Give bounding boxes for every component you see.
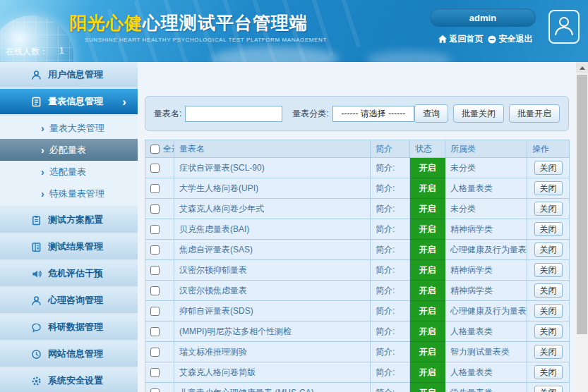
row-checkbox[interactable] [150, 348, 160, 357]
scale-category-select[interactable]: ------ 请选择 ------ [332, 106, 414, 122]
row-checkbox[interactable] [150, 245, 160, 255]
row-checkbox[interactable] [150, 184, 160, 193]
row-checkbox[interactable] [150, 204, 160, 214]
intro-link[interactable]: 简介: [371, 281, 410, 301]
scale-category: 智力测试量表类 [445, 342, 527, 362]
row-checkbox[interactable] [150, 327, 160, 336]
return-home-link[interactable]: 返回首页 [438, 33, 484, 45]
scale-name-input[interactable] [185, 106, 282, 122]
row-checkbox[interactable] [150, 286, 160, 295]
sidebar-item-security-settings[interactable]: 系统安全设置 [0, 368, 138, 392]
main-content: 量表名: 量表分类: ------ 请选择 ------ 查询 批量关闭 批量开… [138, 62, 576, 392]
batch-open-button[interactable]: 批量开启 [509, 104, 560, 123]
scale-name: 大学生人格问卷(UPI) [174, 178, 371, 199]
column-header-status: 状态 [410, 140, 445, 158]
column-header-name: 量表名 [174, 140, 371, 158]
scale-name-label: 量表名: [154, 108, 181, 120]
arrow-icon: › [41, 123, 44, 134]
sidebar-item-scale-info[interactable]: 量表信息管理 › [0, 89, 138, 114]
table-row: 汉密尔顿抑郁量表 简介: 开启 精神病学类 关闭 [145, 260, 570, 281]
close-button[interactable]: 关闭 [534, 283, 563, 298]
clock-icon [31, 349, 42, 360]
scrollbar-thumb[interactable] [577, 75, 587, 334]
row-checkbox[interactable] [150, 388, 160, 392]
column-header-intro: 简介 [371, 140, 410, 158]
intro-link[interactable]: 简介: [371, 240, 410, 260]
online-count-value: 1 [59, 46, 64, 58]
vertical-scrollbar[interactable] [576, 62, 588, 392]
close-button[interactable]: 关闭 [534, 161, 563, 175]
column-header-action: 操作 [527, 140, 570, 158]
batch-close-button[interactable]: 批量关闭 [453, 104, 504, 123]
arrow-icon: › [41, 188, 44, 200]
row-checkbox[interactable] [150, 225, 160, 234]
status-badge: 开启 [410, 260, 445, 281]
sidebar-item-crisis-intervention[interactable]: 危机评估干预 [0, 261, 138, 286]
scale-name: 症状自评量表(SCL-90) [174, 158, 371, 178]
table-row: 焦虑自评量表(SAS) 简介: 开启 心理健康及行为量表类 关闭 [145, 240, 570, 260]
sidebar-item-website-info[interactable]: 网站信息管理 [0, 341, 138, 367]
table-row: 汉密尔顿焦虑量表 简介: 开启 精神病学类 关闭 [145, 281, 570, 301]
sidebar-item-research-data[interactable]: 科研数据管理 [0, 314, 138, 340]
chat-bubble-icon [31, 322, 42, 333]
intro-link[interactable]: 简介: [371, 219, 410, 240]
table-row: (MMPI)明尼苏达多相个性测检 简介: 开启 人格量表类 关闭 [145, 321, 570, 342]
close-button[interactable]: 关闭 [534, 345, 563, 359]
intro-link[interactable]: 简介: [371, 383, 410, 392]
intro-link[interactable]: 简介: [371, 178, 410, 199]
sidebar-item-user-info[interactable]: 用户信息管理 [0, 62, 138, 87]
scale-name: (MMPI)明尼苏达多相个性测检 [174, 321, 371, 342]
intro-link[interactable]: 简介: [371, 199, 410, 219]
avatar[interactable] [548, 10, 580, 44]
scale-category: 心理健康及行为量表类 [445, 240, 527, 260]
arrow-icon: › [41, 145, 44, 156]
sidebar-subitem-required-scales[interactable]: › 必配量表 [0, 139, 138, 161]
user-icon [31, 295, 42, 306]
close-button[interactable]: 关闭 [534, 202, 563, 216]
status-badge: 开启 [410, 321, 445, 342]
intro-link[interactable]: 简介: [371, 321, 410, 342]
sidebar-subitem-optional-scales[interactable]: › 选配量表 [0, 161, 138, 183]
cloud-decoration [367, 51, 452, 62]
close-button[interactable]: 关闭 [534, 365, 563, 379]
scale-category: 人格量表类 [445, 178, 527, 199]
row-checkbox[interactable] [150, 164, 160, 173]
scale-name: 抑郁自评量表(SDS) [174, 301, 371, 321]
table-row: 艾森克人格问卷少年式 简介: 开启 未分类 关闭 [145, 199, 570, 219]
header: 阳光心健心理测试平台管理端 SUNSHINE HEART HEALTHY PSY… [0, 0, 588, 62]
home-icon [438, 35, 448, 44]
scale-category: 人格量表类 [445, 321, 527, 342]
row-checkbox[interactable] [150, 368, 160, 377]
sidebar-item-test-plan[interactable]: 测试方案配置 [0, 207, 138, 233]
intro-link[interactable]: 简介: [371, 362, 410, 383]
row-checkbox[interactable] [150, 307, 160, 316]
row-checkbox[interactable] [150, 266, 160, 275]
sidebar-item-test-results[interactable]: 测试结果管理 [0, 234, 138, 259]
intro-link[interactable]: 简介: [371, 158, 410, 178]
select-all-checkbox[interactable] [150, 145, 160, 154]
intro-link[interactable]: 简介: [371, 342, 410, 362]
sidebar-item-counseling[interactable]: 心理咨询管理 [0, 288, 138, 313]
intro-link[interactable]: 简介: [371, 260, 410, 281]
table-row: 症状自评量表(SCL-90) 简介: 开启 未分类 关闭 [145, 158, 570, 178]
table-row: 抑郁自评量表(SDS) 简介: 开启 心理健康及行为量表类 关闭 [145, 301, 570, 321]
sidebar-subitem-scale-category[interactable]: › 量表大类管理 [0, 117, 138, 139]
close-button[interactable]: 关闭 [534, 222, 563, 236]
search-button[interactable]: 查询 [414, 104, 448, 123]
close-button[interactable]: 关闭 [534, 263, 563, 277]
scale-name: 汉密尔顿焦虑量表 [174, 281, 371, 301]
close-button[interactable]: 关闭 [534, 181, 563, 195]
safe-logout-link[interactable]: 安全退出 [487, 33, 533, 45]
close-button[interactable]: 关闭 [534, 243, 563, 257]
scale-category-label: 量表分类: [292, 108, 328, 120]
sidebar-subitem-special-scales[interactable]: › 特殊量表管理 [0, 183, 138, 204]
table-row: 瑞文标准推理测验 简介: 开启 智力测试量表类 关闭 [145, 342, 570, 362]
scroll-up-button[interactable] [576, 62, 588, 73]
status-badge: 开启 [410, 281, 445, 301]
close-button[interactable]: 关闭 [534, 304, 563, 318]
scale-category: 精神病学类 [445, 281, 527, 301]
close-button[interactable]: 关闭 [534, 386, 563, 392]
intro-link[interactable]: 简介: [371, 301, 410, 321]
scale-form-icon [31, 97, 42, 107]
close-button[interactable]: 关闭 [534, 324, 563, 338]
